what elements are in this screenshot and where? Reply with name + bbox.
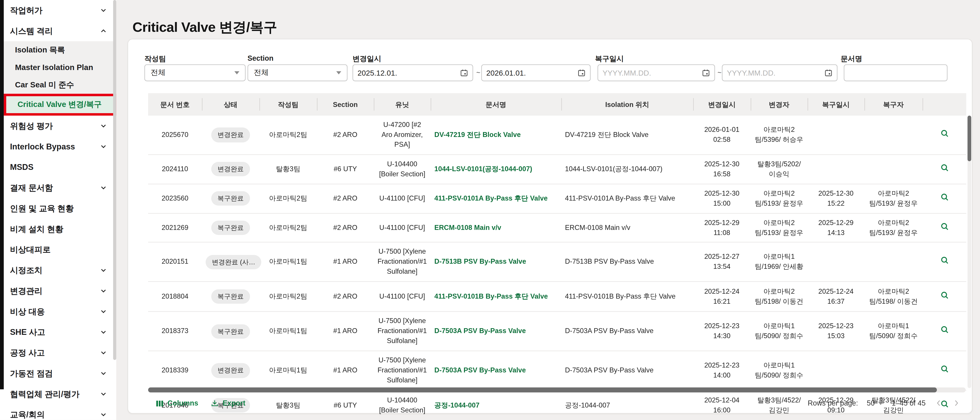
search-icon[interactable] [940, 325, 949, 334]
doc-name-link[interactable]: D-7513B PSV By-Pass Valve [431, 253, 561, 272]
cell-actions [923, 360, 966, 381]
sidebar-item-personnel-education[interactable]: 인원 및 교육 현황 [0, 198, 116, 219]
export-button[interactable]: Export [211, 399, 245, 407]
section-filter-select[interactable]: 전체 [248, 64, 348, 81]
columns-button-label: Columns [167, 399, 198, 407]
sidebar-item-pre-startup-check[interactable]: 가동전 점검 [0, 363, 116, 384]
search-icon[interactable] [940, 129, 949, 138]
team-filter-select[interactable]: 전체 [144, 64, 245, 81]
sidebar-item-system-isolation[interactable]: 시스템 격리 [0, 21, 116, 41]
sidebar-item-corrective-action[interactable]: 시정조치 [0, 260, 116, 281]
cell-restored-by [864, 366, 923, 375]
chevron-down-icon [99, 369, 108, 377]
doc-name-filter-input[interactable] [844, 68, 947, 77]
table-row[interactable]: 2018373 복구완료 아로마틱1팀 #1 ARO U-7500 [Xylen… [148, 312, 966, 351]
cell-unit: U-7500 [Xylene Fractionation/#1 Sulfolan… [374, 312, 431, 351]
cell-doc-no: 2018373 [148, 322, 202, 340]
sidebar-item-process-accident[interactable]: 공정 사고 [0, 342, 116, 363]
search-icon[interactable] [940, 364, 949, 374]
sidebar-item-she-accident[interactable]: SHE 사고 [0, 322, 116, 342]
table-row[interactable]: 2020151 변경완료 (사… 아로마틱1팀 #1 ARO U-7500 [X… [148, 243, 966, 282]
sidebar-item-label: 시스템 격리 [10, 25, 53, 37]
sidebar-item-change-management[interactable]: 변경관리 [0, 281, 116, 301]
active-item-highlight-box: Critical Valve 변경/복구 [4, 94, 116, 116]
cell-status: 복구완료 [202, 187, 259, 210]
calendar-icon[interactable] [460, 69, 468, 77]
table-vertical-scrollbar[interactable] [967, 116, 971, 388]
change-date-separator: ~ [476, 69, 480, 76]
cell-restored-by: 아로마틱2팀/5193/ 윤정우 [864, 213, 923, 242]
cell-section: #1 ARO [317, 361, 374, 380]
table-row[interactable]: 2025670 변경완료 아로마틱2팀 #2 ARO U-47200 [#2 A… [148, 116, 966, 155]
restore-date-to-input[interactable] [727, 68, 824, 77]
table-row[interactable]: 2024110 변경완료 탈황3팀 #6 UTY U-104400 [Boile… [148, 155, 966, 184]
cell-status: 변경완료 [202, 158, 259, 181]
calendar-icon[interactable] [702, 69, 710, 77]
chevron-down-icon [878, 401, 883, 405]
sidebar-item-car-seal[interactable]: Car Seal 미 준수 [0, 76, 116, 94]
sidebar-item-msds[interactable]: MSDS [0, 157, 116, 177]
sidebar-item-education-meeting[interactable]: 교육/회의 [0, 404, 116, 420]
cell-unit: U-41100 [CFU] [374, 218, 431, 237]
doc-name-link[interactable]: D-7503A PSV By-Pass Valve [431, 361, 561, 380]
doc-name-link[interactable]: 411-PSV-0101B By-Pass 후단 Valve [431, 287, 561, 306]
restore-date-from-field[interactable] [598, 64, 715, 81]
sidebar-item-partner-management[interactable]: 협력업체 관리/평가 [0, 384, 116, 404]
doc-name-link[interactable]: 411-PSV-0101A By-Pass 후단 Valve [431, 189, 561, 208]
calendar-icon[interactable] [578, 69, 586, 77]
search-icon[interactable] [940, 192, 949, 202]
sidebar-scrollbar[interactable] [113, 0, 116, 360]
restore-date-from-input[interactable] [602, 68, 702, 77]
sidebar-item-scaffold-status[interactable]: 비계 설치 현황 [0, 219, 116, 239]
calendar-icon[interactable] [824, 69, 832, 77]
columns-button[interactable]: Columns [156, 399, 198, 407]
cell-doc-no: 2020151 [148, 253, 202, 272]
next-page-icon[interactable] [952, 399, 961, 407]
cell-actions [923, 124, 966, 145]
sidebar-item-critical-valve[interactable]: Critical Valve 변경/복구 [6, 96, 114, 113]
cell-section: #2 ARO [317, 287, 374, 306]
change-date-to-input[interactable] [486, 68, 578, 77]
sidebar-submenu: Isolation 목록 Master Isolation Plan Car S… [0, 41, 116, 94]
change-date-to-field[interactable] [481, 64, 590, 81]
sidebar-item-interlock-bypass[interactable]: Interlock Bypass [0, 136, 116, 157]
cell-actions [923, 159, 966, 180]
previous-page-icon[interactable] [934, 399, 943, 407]
change-date-from-input[interactable] [358, 68, 460, 77]
cell-team: 아로마틱2팀 [259, 218, 317, 237]
sidebar-item-work-permit[interactable]: 작업허가 [0, 0, 116, 21]
horizontal-scrollbar-thumb[interactable] [148, 388, 937, 393]
status-badge: 복구완료 [211, 324, 250, 339]
sidebar: 작업허가 시스템 격리 Isolation 목록 Master Isolatio… [0, 0, 116, 420]
cell-isolation: DV-47219 전단 Block Valve [561, 126, 693, 144]
sidebar-item-risk-assessment[interactable]: 위험성 평가 [0, 116, 116, 136]
vertical-scrollbar-thumb[interactable] [967, 116, 971, 161]
doc-name-filter-field[interactable] [844, 64, 948, 81]
search-icon[interactable] [940, 256, 949, 265]
sidebar-item-master-isolation-plan[interactable]: Master Isolation Plan [0, 59, 116, 76]
status-badge: 변경완료 [211, 127, 250, 142]
search-icon[interactable] [940, 221, 949, 231]
table-horizontal-scrollbar[interactable] [148, 388, 966, 393]
cell-doc-no: 2024110 [148, 160, 202, 178]
doc-name-link[interactable]: DV-47219 전단 Block Valve [431, 126, 561, 144]
cell-actions [923, 188, 966, 209]
sidebar-item-emergency-route[interactable]: 비상대피로 [0, 239, 116, 260]
restore-date-to-field[interactable] [722, 64, 837, 81]
rows-per-page-select[interactable]: 50 [867, 399, 883, 407]
change-date-from-field[interactable] [352, 64, 473, 81]
table-row[interactable]: 2023560 복구완료 아로마틱2팀 #2 ARO U-41100 [CFU]… [148, 184, 966, 213]
sidebar-item-emergency-response[interactable]: 비상 대응 [0, 301, 116, 322]
search-icon[interactable] [940, 290, 949, 300]
cell-doc-no: 2025670 [148, 126, 202, 144]
doc-name-link[interactable]: ERCM-0108 Main v/v [431, 218, 561, 237]
sidebar-item-approval-docs[interactable]: 결재 문서함 [0, 177, 116, 198]
sidebar-item-isolation-list[interactable]: Isolation 목록 [0, 41, 116, 59]
search-icon[interactable] [940, 163, 949, 172]
table-row[interactable]: 2018804 복구완료 아로마틱2팀 #2 ARO U-41100 [CFU]… [148, 282, 966, 312]
table-row[interactable]: 2021269 복구완료 아로마틱2팀 #2 ARO U-41100 [CFU]… [148, 213, 966, 243]
doc-name-link[interactable]: 1044-LSV-0101(공정-1044-007) [431, 160, 561, 178]
doc-name-link[interactable]: D-7503A PSV By-Pass Valve [431, 322, 561, 340]
chevron-down-icon [99, 6, 108, 14]
table-row[interactable]: 2018339 변경완료 아로마틱1팀 #1 ARO U-7500 [Xylen… [148, 351, 966, 391]
